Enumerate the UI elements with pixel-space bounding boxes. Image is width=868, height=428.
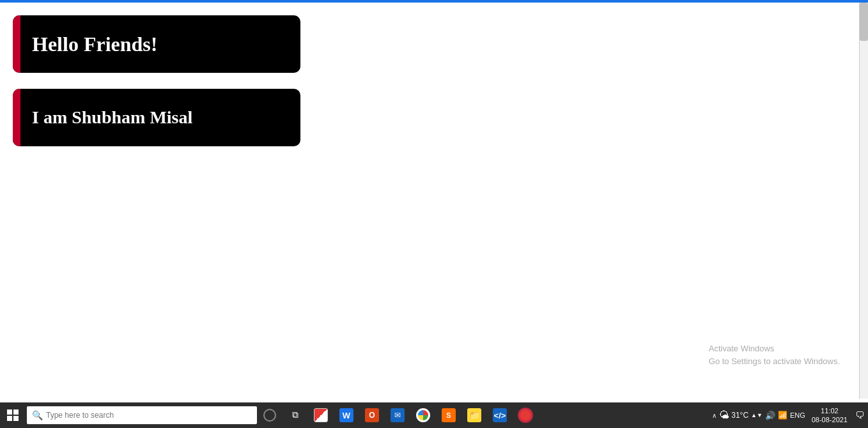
main-content: Hello Friends! I am Shubham Misal Activa… <box>0 3 859 402</box>
activate-windows-line2: Go to Settings to activate Windows. <box>709 355 840 368</box>
clock-time: 11:02 <box>821 406 839 415</box>
hello-friends-text: Hello Friends! <box>13 33 157 56</box>
weather-icon: 🌤 <box>719 409 729 421</box>
utility-icon <box>314 408 328 422</box>
search-input[interactable] <box>46 411 252 420</box>
clock-date: 08-08-2021 <box>812 415 848 424</box>
taskbar-app-chrome[interactable] <box>410 402 436 428</box>
taskbar-app-explorer[interactable]: 📁 <box>461 402 487 428</box>
scrollbar[interactable] <box>859 3 868 399</box>
taskbar-app-utility[interactable] <box>308 402 334 428</box>
name-text: I am Shubham Misal <box>13 107 192 128</box>
taskbar-app-sublime[interactable]: S <box>436 402 461 428</box>
word-icon: W <box>339 408 353 422</box>
temperature-text: 31°C <box>731 411 748 420</box>
action-center-button[interactable]: 🗨 <box>854 409 865 421</box>
activate-windows-line1: Activate Windows <box>709 342 840 355</box>
cortana-button[interactable] <box>257 402 283 428</box>
task-view-icon: ⧉ <box>292 410 298 420</box>
hello-friends-box: Hello Friends! <box>13 15 300 73</box>
network-icon[interactable]: 📶 <box>778 411 787 420</box>
taskbar-app-word[interactable]: W <box>334 402 359 428</box>
sublime-icon: S <box>442 408 456 422</box>
search-icon: 🔍 <box>32 410 42 420</box>
office-icon: O <box>365 408 379 422</box>
vscode-icon: </> <box>493 408 507 422</box>
weather-widget[interactable]: 🌤 31°C <box>719 409 748 421</box>
taskbar-app-vscode[interactable]: </> <box>487 402 513 428</box>
up-arrow-icon: ▲▼ <box>751 412 763 418</box>
notification-icon: 🗨 <box>855 410 864 420</box>
system-tray: ∧ 🌤 31°C ▲▼ 🔊 📶 ENG 11:02 08-08-2021 🗨 <box>712 406 868 425</box>
taskbar-app-other[interactable] <box>513 402 538 428</box>
taskbar: 🔍 ⧉ W O ✉ S 📁 </> <box>0 402 868 428</box>
start-button[interactable] <box>0 402 26 428</box>
taskbar-app-office[interactable]: O <box>359 402 385 428</box>
chrome-icon <box>416 408 430 422</box>
language-indicator[interactable]: ENG <box>790 411 805 419</box>
show-hidden-icons-button[interactable]: ∧ <box>712 412 717 419</box>
windows-icon <box>7 409 19 421</box>
clock-widget[interactable]: 11:02 08-08-2021 <box>808 406 851 425</box>
taskbar-search-bar[interactable]: 🔍 <box>27 406 257 424</box>
name-box: I am Shubham Misal <box>13 89 300 146</box>
activate-windows-watermark: Activate Windows Go to Settings to activ… <box>709 342 840 367</box>
scrollbar-thumb[interactable] <box>860 3 868 41</box>
volume-icon[interactable]: 🔊 <box>765 411 775 420</box>
taskbar-app-mail[interactable]: ✉ <box>385 402 410 428</box>
task-view-button[interactable]: ⧉ <box>283 402 308 428</box>
other-app-icon <box>518 408 533 423</box>
mail-icon: ✉ <box>391 408 405 422</box>
cortana-circle-icon <box>263 409 276 422</box>
explorer-icon: 📁 <box>467 408 481 422</box>
